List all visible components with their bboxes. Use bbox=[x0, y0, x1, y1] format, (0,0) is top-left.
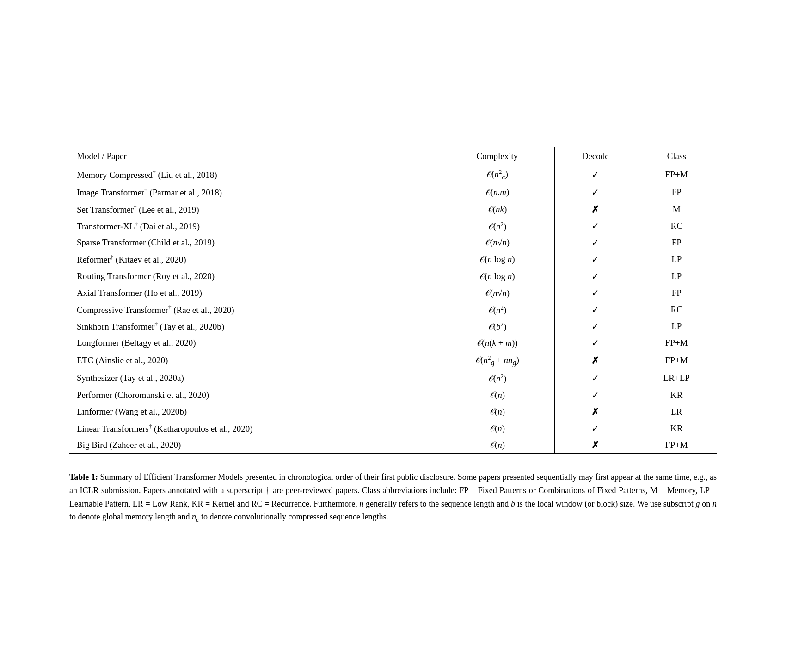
caption-text: Summary of Efficient Transformer Models … bbox=[69, 472, 717, 521]
table-row: ETC (Ainslie et al., 2020)𝒪(n2g + nng)✗F… bbox=[69, 351, 717, 370]
cell-decode: ✓ bbox=[554, 218, 636, 234]
caption-label: Table 1: bbox=[69, 472, 98, 482]
table-wrapper: Model / Paper Complexity Decode Class Me… bbox=[69, 147, 717, 454]
cell-model: Big Bird (Zaheer et al., 2020) bbox=[69, 437, 440, 454]
cell-complexity: 𝒪(n.m) bbox=[440, 184, 555, 201]
cell-complexity: 𝒪(n2c) bbox=[440, 165, 555, 184]
cell-class: FP+M bbox=[636, 437, 717, 454]
cell-class: FP+M bbox=[636, 335, 717, 351]
cell-decode: ✓ bbox=[554, 387, 636, 403]
cell-model: Memory Compressed† (Liu et al., 2018) bbox=[69, 165, 440, 184]
main-table: Model / Paper Complexity Decode Class Me… bbox=[69, 147, 717, 454]
cell-decode: ✓ bbox=[554, 251, 636, 268]
cell-decode: ✓ bbox=[554, 420, 636, 437]
cell-class: LR+LP bbox=[636, 370, 717, 386]
cell-decode: ✗ bbox=[554, 437, 636, 454]
cell-model: Linear Transformers† (Katharopoulos et a… bbox=[69, 420, 440, 437]
cell-decode: ✗ bbox=[554, 351, 636, 370]
cell-complexity: 𝒪(n2g + nng) bbox=[440, 351, 555, 370]
cell-complexity: 𝒪(n) bbox=[440, 387, 555, 403]
cell-class: FP+M bbox=[636, 165, 717, 184]
table-row: Reformer† (Kitaev et al., 2020)𝒪(n log n… bbox=[69, 251, 717, 268]
col-header-class: Class bbox=[636, 147, 717, 165]
cell-model: Image Transformer† (Parmar et al., 2018) bbox=[69, 184, 440, 201]
cell-decode: ✗ bbox=[554, 201, 636, 218]
cell-complexity: 𝒪(nk) bbox=[440, 201, 555, 218]
table-row: Performer (Choromanski et al., 2020)𝒪(n)… bbox=[69, 387, 717, 403]
cell-decode: ✓ bbox=[554, 234, 636, 251]
cell-model: Sinkhorn Transformer† (Tay et al., 2020b… bbox=[69, 318, 440, 335]
table-row: Synthesizer (Tay et al., 2020a)𝒪(n2)✓LR+… bbox=[69, 370, 717, 386]
cell-complexity: 𝒪(n log n) bbox=[440, 251, 555, 268]
cell-model: Reformer† (Kitaev et al., 2020) bbox=[69, 251, 440, 268]
col-header-complexity: Complexity bbox=[440, 147, 555, 165]
table-row: Sparse Transformer (Child et al., 2019)𝒪… bbox=[69, 234, 717, 251]
table-header-row: Model / Paper Complexity Decode Class bbox=[69, 147, 717, 165]
cell-decode: ✓ bbox=[554, 184, 636, 201]
table-row: Linear Transformers† (Katharopoulos et a… bbox=[69, 420, 717, 437]
cell-class: LP bbox=[636, 318, 717, 335]
cell-model: ETC (Ainslie et al., 2020) bbox=[69, 351, 440, 370]
cell-model: Routing Transformer (Roy et al., 2020) bbox=[69, 268, 440, 285]
table-row: Compressive Transformer† (Rae et al., 20… bbox=[69, 301, 717, 318]
table-caption: Table 1: Summary of Efficient Transforme… bbox=[69, 470, 717, 525]
cell-class: LP bbox=[636, 251, 717, 268]
cell-class: RC bbox=[636, 301, 717, 318]
cell-decode: ✓ bbox=[554, 165, 636, 184]
cell-decode: ✓ bbox=[554, 301, 636, 318]
cell-class: RC bbox=[636, 218, 717, 234]
cell-complexity: 𝒪(n) bbox=[440, 437, 555, 454]
cell-model: Axial Transformer (Ho et al., 2019) bbox=[69, 285, 440, 301]
table-row: Axial Transformer (Ho et al., 2019)𝒪(n√n… bbox=[69, 285, 717, 301]
cell-class: M bbox=[636, 201, 717, 218]
cell-complexity: 𝒪(n) bbox=[440, 403, 555, 420]
cell-model: Linformer (Wang et al., 2020b) bbox=[69, 403, 440, 420]
table-row: Big Bird (Zaheer et al., 2020)𝒪(n)✗FP+M bbox=[69, 437, 717, 454]
cell-model: Longformer (Beltagy et al., 2020) bbox=[69, 335, 440, 351]
table-row: Sinkhorn Transformer† (Tay et al., 2020b… bbox=[69, 318, 717, 335]
table-row: Image Transformer† (Parmar et al., 2018)… bbox=[69, 184, 717, 201]
cell-complexity: 𝒪(n(k + m)) bbox=[440, 335, 555, 351]
cell-model: Synthesizer (Tay et al., 2020a) bbox=[69, 370, 440, 386]
page-container: Model / Paper Complexity Decode Class Me… bbox=[69, 147, 717, 525]
cell-class: KR bbox=[636, 420, 717, 437]
table-row: Routing Transformer (Roy et al., 2020)𝒪(… bbox=[69, 268, 717, 285]
cell-complexity: 𝒪(n2) bbox=[440, 370, 555, 386]
col-header-model: Model / Paper bbox=[69, 147, 440, 165]
cell-class: KR bbox=[636, 387, 717, 403]
cell-decode: ✗ bbox=[554, 403, 636, 420]
cell-model: Transformer-XL† (Dai et al., 2019) bbox=[69, 218, 440, 234]
cell-complexity: 𝒪(n√n) bbox=[440, 285, 555, 301]
table-row: Memory Compressed† (Liu et al., 2018)𝒪(n… bbox=[69, 165, 717, 184]
cell-complexity: 𝒪(n√n) bbox=[440, 234, 555, 251]
cell-model: Compressive Transformer† (Rae et al., 20… bbox=[69, 301, 440, 318]
cell-decode: ✓ bbox=[554, 285, 636, 301]
cell-complexity: 𝒪(b2) bbox=[440, 318, 555, 335]
col-header-decode: Decode bbox=[554, 147, 636, 165]
cell-decode: ✓ bbox=[554, 318, 636, 335]
cell-decode: ✓ bbox=[554, 370, 636, 386]
table-row: Linformer (Wang et al., 2020b)𝒪(n)✗LR bbox=[69, 403, 717, 420]
cell-class: FP bbox=[636, 285, 717, 301]
cell-complexity: 𝒪(n2) bbox=[440, 301, 555, 318]
table-row: Set Transformer† (Lee et al., 2019)𝒪(nk)… bbox=[69, 201, 717, 218]
cell-model: Sparse Transformer (Child et al., 2019) bbox=[69, 234, 440, 251]
cell-complexity: 𝒪(n) bbox=[440, 420, 555, 437]
cell-decode: ✓ bbox=[554, 335, 636, 351]
table-row: Longformer (Beltagy et al., 2020)𝒪(n(k +… bbox=[69, 335, 717, 351]
cell-complexity: 𝒪(n log n) bbox=[440, 268, 555, 285]
table-row: Transformer-XL† (Dai et al., 2019)𝒪(n2)✓… bbox=[69, 218, 717, 234]
cell-model: Set Transformer† (Lee et al., 2019) bbox=[69, 201, 440, 218]
cell-complexity: 𝒪(n2) bbox=[440, 218, 555, 234]
cell-model: Performer (Choromanski et al., 2020) bbox=[69, 387, 440, 403]
cell-class: FP bbox=[636, 234, 717, 251]
cell-class: LR bbox=[636, 403, 717, 420]
cell-class: FP bbox=[636, 184, 717, 201]
cell-class: FP+M bbox=[636, 351, 717, 370]
cell-decode: ✓ bbox=[554, 268, 636, 285]
cell-class: LP bbox=[636, 268, 717, 285]
